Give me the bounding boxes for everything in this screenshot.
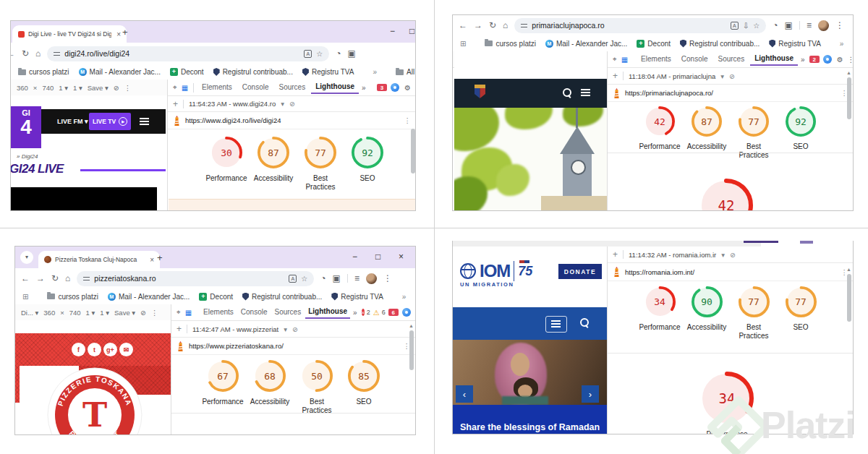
- address-bar[interactable]: pizzeriatoskana.ro A ☆: [77, 271, 314, 286]
- performance-gauge-large[interactable]: 34: [699, 371, 754, 426]
- clear-runs-icon[interactable]: ⊘: [729, 72, 735, 80]
- live-tv-button[interactable]: LIVE TV ▶: [89, 113, 131, 130]
- tab-elements[interactable]: Elements: [197, 82, 237, 93]
- score-gauge[interactable]: 85: [347, 359, 380, 393]
- tab-console[interactable]: Console: [677, 53, 712, 65]
- sidebar-icon[interactable]: ≡: [807, 20, 812, 30]
- performance-gauge-large[interactable]: 42: [699, 178, 754, 211]
- inspect-icon[interactable]: ⌖: [175, 308, 182, 317]
- bookmark-cursos-platzi[interactable]: cursos platzi: [485, 40, 536, 48]
- clear-runs-icon[interactable]: ⊘: [730, 251, 736, 259]
- sidebar-icon[interactable]: ≡: [354, 273, 359, 283]
- address-bar[interactable]: digi24.ro/live/digi24 A ☆: [47, 46, 329, 61]
- back-button[interactable]: ←: [21, 273, 30, 283]
- save-select[interactable]: Save ▾: [88, 84, 109, 92]
- bookmarks-overflow-icon[interactable]: »: [402, 293, 407, 301]
- translate-icon[interactable]: A: [304, 50, 312, 58]
- viewport-height[interactable]: 740: [69, 309, 81, 317]
- tab-pizzeria[interactable]: Pizzeria Toskana Cluj-Napoca ×: [38, 251, 160, 268]
- hamburger-menu-icon[interactable]: [581, 92, 590, 93]
- site-settings-icon[interactable]: [521, 23, 527, 28]
- tab-digi24[interactable]: Digi Live - live TV Digi24 si Digi ×: [12, 25, 127, 43]
- score-gauge[interactable]: 34: [644, 286, 676, 318]
- bookmark-cursos-platzi[interactable]: cursos platzi: [47, 293, 98, 301]
- back-button[interactable]: ←: [459, 20, 467, 30]
- bookmark-star-icon[interactable]: ☆: [753, 22, 760, 30]
- profile-avatar[interactable]: [818, 20, 829, 31]
- apps-grid-icon[interactable]: ⊞: [22, 293, 28, 301]
- scrollbar[interactable]: [411, 129, 415, 174]
- email-icon[interactable]: ✉: [119, 343, 133, 356]
- device-toggle-icon[interactable]: ▦: [620, 56, 629, 64]
- run-timestamp[interactable]: 11:18:04 AM - primariaclujna: [629, 72, 715, 80]
- score-gauge[interactable]: 77: [738, 106, 770, 137]
- all-bookmarks-button[interactable]: All B: [396, 68, 416, 76]
- bookmark-decont[interactable]: +Decont: [199, 293, 233, 301]
- extensions-icon[interactable]: ▣: [348, 48, 356, 59]
- tab-lighthouse[interactable]: Lighthouse: [305, 306, 350, 319]
- tab-sources[interactable]: Sources: [271, 307, 304, 318]
- tab-elements[interactable]: Elements: [637, 53, 676, 65]
- bookmark-registru-tva[interactable]: Registru TVA: [331, 293, 383, 301]
- extensions-icon[interactable]: ▣: [785, 20, 793, 30]
- tab-console[interactable]: Console: [238, 307, 271, 318]
- run-timestamp[interactable]: 11:42:47 AM - www.pizzeriat: [192, 325, 278, 333]
- new-tab-button[interactable]: +: [157, 252, 163, 263]
- home-button[interactable]: ⌂: [35, 48, 41, 59]
- throttle-select[interactable]: 1 ▾: [100, 309, 109, 317]
- live-fm-menu[interactable]: LIVE FM ▾: [57, 118, 88, 125]
- zoom-select[interactable]: 1 ▾: [59, 84, 68, 92]
- tab-sources[interactable]: Sources: [274, 82, 310, 93]
- scrollbar[interactable]: [409, 330, 414, 370]
- pizzeria-logo[interactable]: PIZZERIE TOSKANA RESTAURANT T: [47, 367, 142, 434]
- donate-button[interactable]: DONATE: [558, 264, 602, 279]
- install-icon[interactable]: ⇩: [743, 22, 749, 30]
- warnings-icon[interactable]: ⚠: [373, 309, 380, 317]
- close-window-button[interactable]: ×: [399, 252, 404, 262]
- bookmark-registrul[interactable]: Registrul contribuab...: [213, 68, 293, 76]
- viewport-width[interactable]: 360: [43, 309, 55, 317]
- issues-count-badge[interactable]: 3: [377, 84, 387, 91]
- row-menu-icon[interactable]: ⋮: [404, 116, 412, 124]
- issues-count-badge[interactable]: 6: [388, 309, 399, 316]
- forward-button[interactable]: →: [36, 273, 45, 283]
- reload-button[interactable]: ↻: [51, 273, 59, 283]
- run-timestamp[interactable]: 11:14:32 AM - romania.iom.ir: [629, 251, 716, 259]
- profile-chevron-button[interactable]: ▾: [20, 251, 33, 264]
- new-tab-button[interactable]: +: [122, 27, 128, 38]
- bookmark-cursos-platzi[interactable]: cursos platzi: [18, 68, 69, 76]
- issues-count-badge[interactable]: 2: [809, 56, 820, 63]
- extension-icon[interactable]: [391, 83, 399, 92]
- inspect-icon[interactable]: ⌖: [171, 83, 179, 92]
- scrollbar-up-icon[interactable]: ▲: [409, 323, 414, 328]
- google-plus-icon[interactable]: g+: [103, 343, 117, 356]
- home-button[interactable]: ⌂: [503, 20, 508, 30]
- back-button[interactable]: ←: [10, 48, 15, 59]
- throttle-select[interactable]: 1 ▾: [73, 84, 82, 92]
- save-select[interactable]: Save ▾: [114, 309, 135, 317]
- bookmark-mail[interactable]: MMail - Alexander Jac...: [108, 293, 190, 301]
- address-bar[interactable]: primariaclujnapoca.ro A ⇩ ☆: [514, 18, 766, 33]
- forward-button[interactable]: →: [474, 20, 482, 30]
- minimize-button[interactable]: −: [390, 26, 395, 36]
- digi24-logo[interactable]: GI 4: [11, 106, 41, 148]
- profile-avatar[interactable]: [366, 273, 377, 284]
- run-caret-icon[interactable]: ▾: [721, 251, 725, 259]
- hamburger-menu-icon[interactable]: [140, 121, 149, 122]
- run-caret-icon[interactable]: ▾: [281, 100, 284, 108]
- notifications-icon[interactable]: ◔: [773, 20, 778, 30]
- score-gauge[interactable]: 87: [257, 136, 290, 169]
- rotate-icon[interactable]: ⊘: [140, 309, 146, 317]
- tab-lighthouse[interactable]: Lighthouse: [750, 53, 798, 66]
- settings-gear-icon[interactable]: ⚙: [835, 56, 845, 64]
- clear-runs-icon[interactable]: ⊘: [292, 325, 298, 333]
- score-gauge[interactable]: 50: [300, 359, 333, 393]
- score-gauge[interactable]: 77: [304, 136, 337, 169]
- more-tabs-icon[interactable]: »: [799, 56, 807, 64]
- rotate-icon[interactable]: ⊘: [114, 84, 119, 92]
- translate-icon[interactable]: A: [289, 275, 297, 283]
- score-gauge[interactable]: 90: [691, 286, 723, 318]
- facebook-icon[interactable]: f: [72, 343, 85, 356]
- video-player[interactable]: [11, 187, 157, 210]
- chrome-menu-icon[interactable]: ⋮: [835, 20, 844, 30]
